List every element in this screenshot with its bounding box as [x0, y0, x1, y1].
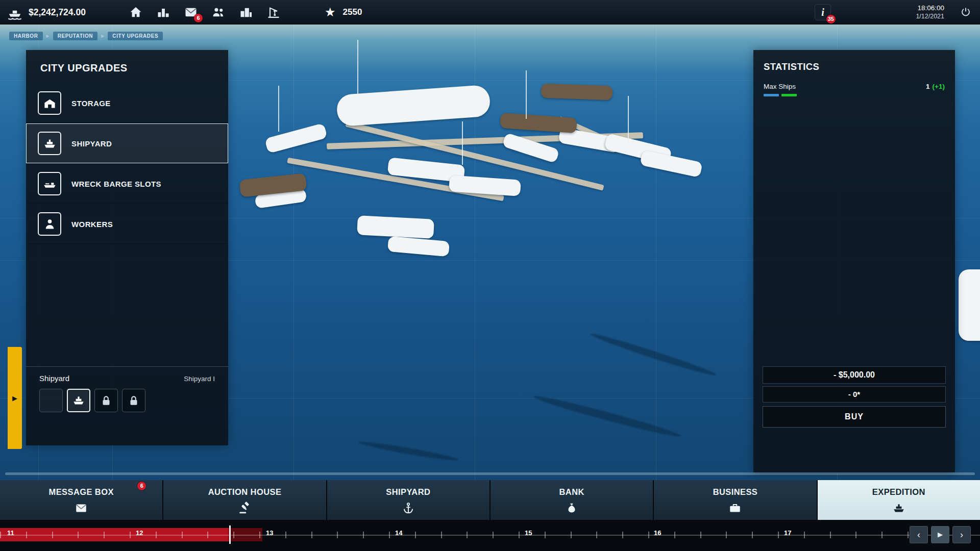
- breadcrumb-harbor[interactable]: HARBOR: [9, 32, 43, 40]
- timeline-label: 12: [136, 529, 143, 537]
- tab-business[interactable]: BUSINESS: [654, 480, 816, 520]
- ranking-icon[interactable]: [156, 5, 170, 19]
- home-icon[interactable]: [129, 5, 143, 19]
- reputation-group[interactable]: ★ 2550: [325, 0, 362, 24]
- lock-icon: [100, 394, 113, 407]
- time-scrubber[interactable]: 11 12 13 14 15 16 17 ‹ ▶ ›: [0, 520, 980, 551]
- mast: [526, 70, 527, 119]
- breadcrumb-city-upgrades[interactable]: CITY UPGRADES: [108, 32, 163, 40]
- game-time: 18:06:00: [916, 4, 944, 12]
- mast: [357, 40, 358, 96]
- upgrade-item-storage[interactable]: STORAGE: [26, 83, 228, 123]
- current-time-marker[interactable]: [229, 525, 231, 544]
- upgrade-item-label: WRECK BARGE SLOTS: [71, 180, 161, 188]
- tab-auction-house[interactable]: AUCTION HOUSE: [163, 480, 326, 520]
- current-level-bar: [764, 94, 779, 96]
- stat-row-max-ships: Max Ships 1(+1): [753, 81, 955, 98]
- timeline-play-button[interactable]: ▶: [931, 526, 949, 543]
- company-logo-icon: [6, 4, 23, 20]
- side-panel-toggle[interactable]: ▶: [8, 347, 22, 449]
- stat-value: 1(+1): [926, 83, 945, 90]
- stat-bars: [764, 94, 797, 96]
- wooden-boat: [541, 84, 613, 101]
- star-icon: ★: [325, 6, 336, 18]
- mailbox-icon[interactable]: 6: [184, 5, 198, 19]
- slot-ship[interactable]: [67, 389, 90, 412]
- slot-locked[interactable]: [94, 389, 118, 412]
- info-button[interactable]: i 35: [815, 4, 831, 20]
- power-icon[interactable]: [960, 6, 972, 18]
- timeline-label: 11: [7, 529, 14, 537]
- mast: [628, 96, 629, 142]
- tab-label: BUSINESS: [713, 487, 758, 497]
- buy-button[interactable]: BUY: [763, 406, 946, 428]
- upgrade-price: - $5,000.00: [763, 366, 946, 384]
- statistics-title: STATISTICS: [753, 50, 955, 81]
- top-menu-icons: 6: [129, 0, 281, 24]
- tab-label: SHIPYARD: [386, 487, 430, 497]
- money-bag-icon: [565, 502, 578, 515]
- upgrade-item-shipyard[interactable]: SHIPYARD: [26, 123, 228, 163]
- timeline-next-button[interactable]: ›: [952, 526, 971, 543]
- timeline-label: 13: [266, 529, 273, 537]
- money-balance: $2,242,724.00: [29, 0, 86, 24]
- lock-icon: [127, 394, 140, 407]
- horizontal-scrollbar[interactable]: [5, 472, 975, 475]
- slot-locked[interactable]: [122, 389, 145, 412]
- tab-message-box[interactable]: MESSAGE BOX 6: [0, 480, 162, 520]
- message-box-badge: 6: [137, 482, 146, 490]
- purchase-group: - $5,000.00 - 0* BUY: [763, 366, 946, 428]
- upgrade-item-label: STORAGE: [71, 99, 111, 108]
- upgrade-detail-header: Shipyard Shipyard I: [39, 374, 215, 383]
- stat-delta: (+1): [933, 83, 945, 90]
- timeline-ticks: [0, 532, 980, 538]
- tab-bank[interactable]: BANK: [491, 480, 653, 520]
- tab-label: EXPEDITION: [872, 487, 925, 497]
- game-screen: { "top_bar": { "balance": "$2,242,724.00…: [0, 0, 980, 551]
- upgrade-detail: Shipyard Shipyard I: [26, 366, 228, 412]
- breadcrumb-separator-icon: ▶: [46, 34, 50, 38]
- storage-icon: [38, 91, 61, 115]
- slot-empty[interactable]: [39, 389, 63, 412]
- info-badge: 35: [826, 15, 836, 23]
- upgrade-item-label: WORKERS: [71, 220, 113, 229]
- upgrade-secondary-cost: - 0*: [763, 386, 946, 403]
- mast: [278, 86, 279, 132]
- reputation-value: 2550: [343, 7, 362, 17]
- top-bar: $2,242,724.00 6 ★ 2550 i 35 18:06:00 1/1…: [0, 0, 980, 24]
- city-icon[interactable]: [239, 5, 253, 19]
- chevron-right-icon: ▶: [12, 394, 17, 402]
- clock: 18:06:00 1/12/2021: [916, 4, 944, 21]
- tab-shipyard[interactable]: SHIPYARD: [327, 480, 489, 520]
- boat: [959, 269, 980, 341]
- breadcrumb-separator-icon: ▶: [101, 34, 104, 38]
- tab-label: BANK: [559, 487, 584, 497]
- anchor-icon: [402, 502, 415, 515]
- dock-crane-icon[interactable]: [266, 5, 281, 19]
- upgrade-level-bar: [781, 94, 797, 96]
- breadcrumb-reputation[interactable]: REPUTATION: [53, 32, 98, 40]
- barge-icon: [38, 172, 61, 195]
- upgrade-name: Shipyard: [39, 374, 69, 383]
- ship-icon: [892, 502, 905, 515]
- timeline-prev-button[interactable]: ‹: [910, 526, 928, 543]
- upgrade-slots: [39, 389, 215, 412]
- boat: [357, 215, 434, 239]
- gavel-icon: [238, 502, 251, 515]
- upgrade-tier: Shipyard I: [184, 375, 215, 383]
- mast: [462, 121, 463, 165]
- game-date: 1/12/2021: [916, 12, 944, 21]
- upgrade-item-wreck-barge-slots[interactable]: WRECK BARGE SLOTS: [26, 164, 228, 204]
- mail-badge: 6: [194, 14, 203, 22]
- timeline-label: 14: [395, 529, 402, 537]
- tab-expedition[interactable]: EXPEDITION: [818, 480, 980, 520]
- upgrade-item-workers[interactable]: WORKERS: [26, 204, 228, 244]
- stat-label: Max Ships: [764, 83, 797, 90]
- city-upgrades-panel: CITY UPGRADES STORAGE SHIPYARD WRECK BAR…: [26, 50, 228, 445]
- tab-label: AUCTION HOUSE: [208, 487, 282, 497]
- tab-label: MESSAGE BOX: [49, 487, 114, 497]
- crew-icon[interactable]: [211, 5, 226, 19]
- breadcrumb: HARBOR ▶ REPUTATION ▶ CITY UPGRADES: [9, 32, 163, 40]
- upgrade-item-label: SHIPYARD: [71, 139, 112, 148]
- envelope-icon: [75, 502, 88, 515]
